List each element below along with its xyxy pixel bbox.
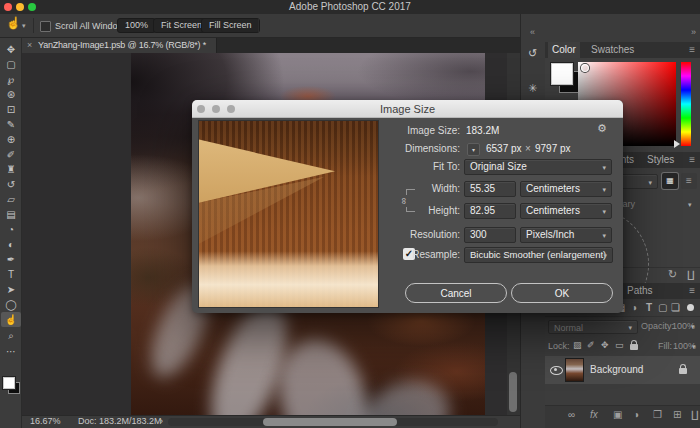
chevron-down-icon: ▾ [688,201,692,209]
tool-pen[interactable]: ✒ [0,252,22,267]
lock-all-icon[interactable] [630,344,638,350]
tool-clone-stamp[interactable]: ♜ [0,162,22,177]
tool-eraser[interactable]: ▱ [0,192,22,207]
tool-move[interactable]: ✥ [0,42,22,57]
height-input[interactable]: 82.95 [464,203,516,219]
tool-dodge[interactable]: ◐ [0,237,22,252]
ok-button[interactable]: OK [511,283,613,303]
blend-mode-dropdown[interactable]: Normal ▾ [548,320,638,334]
tab-swatches[interactable]: Swatches [587,42,638,58]
layer-filter-toggle[interactable] [687,304,694,311]
dimensions-times: × [525,141,531,157]
layer-visibility-eye-icon[interactable] [550,366,563,375]
tool-crop[interactable]: ⊡ [0,102,22,117]
layer-locked-icon[interactable] [679,368,687,374]
history-panel-icon[interactable]: ↺ [524,45,541,62]
layer-style-fx-icon[interactable]: fx [590,409,598,420]
lock-artboard-icon[interactable]: ▭ [615,340,624,350]
tool-spot-healing[interactable]: ⊕ [0,132,22,147]
tool-blur[interactable]: ◔ [0,222,22,237]
chevron-down-icon: ▾ [603,252,607,260]
dimensions-unit-chevron[interactable]: ▾ [467,143,480,156]
panel-menu-icon[interactable]: ≡ [689,283,695,299]
grid-view-button[interactable]: ▦ [662,173,678,189]
new-adjustment-layer-icon[interactable]: ◑ [633,409,639,420]
collapse-panels-icon[interactable]: » [691,27,696,37]
layer-name[interactable]: Background [590,356,643,384]
status-chevron-icon[interactable]: › [160,415,163,428]
tool-edit-toolbar[interactable]: ⋯ [0,344,22,359]
panel-menu-icon[interactable]: ≡ [689,42,695,58]
tool-brush[interactable]: ✐ [0,147,22,162]
menu-bar: Adobe Photoshop CC 2017 [0,0,700,14]
tool-shape[interactable]: ◯ [0,297,22,312]
filter-type-layers-icon[interactable]: T [646,301,652,315]
panel-foreground-swatch[interactable] [551,63,573,85]
horizontal-scrollbar-thumb[interactable] [263,418,397,426]
filter-adjustment-layers-icon[interactable]: ◑ [631,301,637,315]
fill-screen-button[interactable]: Fill Screen [201,18,260,33]
add-layer-mask-icon[interactable]: ▣ [613,409,622,420]
tool-path-selection[interactable]: ➤ [0,282,22,297]
tool-preset-chevron-icon[interactable]: ▾ [22,22,26,30]
tool-type[interactable]: T [0,267,22,282]
link-layers-icon[interactable]: ∞ [568,409,575,420]
filter-smart-object-icon[interactable]: ❏ [671,301,680,315]
expand-panels-icon[interactable]: « [530,27,535,37]
tool-quick-selection[interactable]: ⊛ [0,87,22,102]
tab-close-icon[interactable]: × [27,38,32,53]
panel-menu-icon[interactable]: ≡ [689,152,695,168]
image-size-value: 183.2M [466,123,499,139]
dialog-options-gear-icon[interactable]: ⚙ [597,122,607,135]
tab-color[interactable]: Color [548,42,580,58]
scroll-all-windows-checkbox[interactable] [40,21,51,32]
list-view-button[interactable]: ≡ [681,173,697,189]
lock-position-icon[interactable]: ✥ [601,340,609,350]
options-separator [258,18,259,33]
layer-row-background[interactable]: Background [545,356,700,384]
hand-tool-icon[interactable]: ☝ [6,16,21,30]
tab-styles[interactable]: Styles [643,152,678,168]
resolution-unit-dropdown[interactable]: Pixels/Inch ▾ [520,227,612,243]
cancel-button[interactable]: Cancel [405,283,507,303]
image-size-preview[interactable] [198,120,379,308]
tool-gradient[interactable]: ▤ [0,207,22,222]
chevron-down-icon: ▾ [602,232,606,240]
filter-frame-layers-icon[interactable]: ▢ [658,301,667,315]
new-layer-icon[interactable]: ⊞ [673,409,681,420]
width-unit-dropdown[interactable]: Centimeters ▾ [520,181,612,197]
tab-paths[interactable]: Paths [623,283,657,299]
link-dimensions-chain-icon[interactable]: ∞ [397,195,411,207]
tool-zoom[interactable]: ⌕ [0,328,22,343]
resample-dropdown[interactable]: Bicubic Smoother (enlargement) ▾ [464,247,613,263]
vertical-scrollbar-thumb[interactable] [509,372,517,412]
hue-slider-arrow[interactable] [674,140,680,148]
delete-layer-icon[interactable]: ∐ [691,409,699,420]
tool-hand[interactable]: ☝ [1,312,21,327]
tool-marquee[interactable]: ▢ [0,57,22,72]
height-unit-dropdown[interactable]: Centimeters ▾ [520,203,612,219]
lock-pixels-icon[interactable]: ✐ [587,340,595,350]
color-picker-marker[interactable] [581,64,589,72]
document-tab-title: YanZhang-Image1.psb @ 16.7% (RGB/8*) * [38,40,206,50]
foreground-color-swatch[interactable] [3,377,15,389]
new-group-icon[interactable]: ❐ [653,409,662,420]
cloud-sync-icon[interactable]: ↻ [668,268,677,281]
tool-history-brush[interactable]: ↺ [0,177,22,192]
lock-transparency-icon[interactable]: ▨ [573,340,582,350]
navigator-panel-icon[interactable]: ✳ [524,80,541,97]
fit-to-dropdown[interactable]: Original Size ▾ [464,159,612,175]
document-tab[interactable]: × YanZhang-Image1.psb @ 16.7% (RGB/8*) * [22,38,217,53]
tool-eyedropper[interactable]: ✎ [0,117,22,132]
delete-library-item-icon[interactable]: ∐ [687,269,695,280]
layer-thumbnail[interactable] [566,359,583,381]
dialog-title-bar[interactable]: Image Size [192,100,623,118]
zoom-level-field[interactable]: 16.67% [30,415,61,428]
width-input[interactable]: 55.35 [464,181,516,197]
zoom-100-button[interactable]: 100% [117,18,156,33]
height-label: Height: [428,203,460,219]
fit-to-label: Fit To: [433,159,460,175]
resolution-input[interactable]: 300 [464,227,516,243]
tool-lasso[interactable]: ℘ [0,72,22,87]
hue-slider[interactable] [681,62,691,146]
